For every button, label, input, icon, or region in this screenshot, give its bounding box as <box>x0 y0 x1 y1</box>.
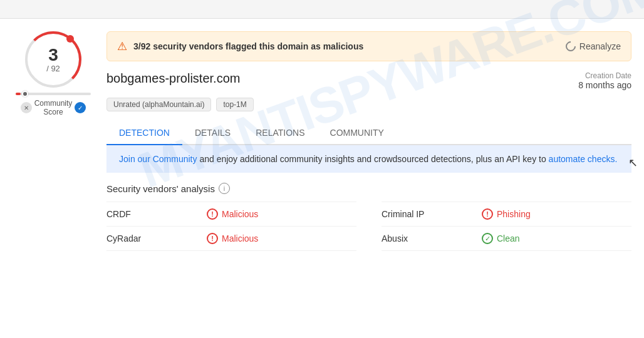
status-label: Phishing <box>497 209 531 219</box>
domain-section: bobgames-prolister.com Creation Date 8 m… <box>106 71 631 90</box>
info-icon[interactable]: i <box>219 183 230 194</box>
score-number: 3 <box>48 46 58 64</box>
vendor-status: ! Malicious <box>207 233 319 244</box>
tab-detection[interactable]: DETECTION <box>106 121 182 145</box>
table-row: Criminal IP ! Phishing <box>382 202 631 226</box>
tags-row: Unrated (alphaMountain.ai) top-1M <box>106 98 631 111</box>
warning-icon: ! <box>207 208 218 220</box>
creation-date: Creation Date 8 months ago <box>578 71 631 90</box>
vendor-column-left: CRDF ! Malicious CyRadar ! Malicious <box>106 202 356 251</box>
creation-date-label: Creation Date <box>578 71 631 80</box>
alert-banner: ⚠ 3/92 security vendors flagged this dom… <box>106 31 631 61</box>
status-label: Clean <box>497 233 520 243</box>
top-bar <box>0 0 644 19</box>
vendor-status: ! Malicious <box>207 208 319 220</box>
left-panel: 3 / 92 ✕ CommunityScore ✓ <box>13 31 94 251</box>
status-label: Malicious <box>222 209 258 219</box>
alert-icon: ⚠ <box>117 39 127 53</box>
vendor-column-right: Criminal IP ! Phishing Abusix ✓ Clean <box>382 202 631 251</box>
promo-middle-text: and enjoy additional community insights … <box>197 154 549 164</box>
join-community-link[interactable]: Join our Community <box>119 154 197 164</box>
tab-community[interactable]: COMMUNITY <box>318 121 397 145</box>
tab-details[interactable]: DETAILS <box>182 121 243 145</box>
reanalyze-button[interactable]: Reanalyze <box>566 41 621 51</box>
vendor-columns: CRDF ! Malicious CyRadar ! Malicious <box>106 202 631 251</box>
vendor-name: CyRadar <box>106 233 207 243</box>
page-container: MYANTISPYWARE.COM 3 / 92 ✕ CommunityScor… <box>0 0 644 264</box>
x-icon: ✕ <box>21 102 32 113</box>
community-promo: Join our Community and enjoy additional … <box>106 145 631 173</box>
vendor-status: ✓ Clean <box>482 233 595 244</box>
vendor-name: Abusix <box>382 233 482 243</box>
security-section: Security vendors' analysis i CRDF ! Mali… <box>106 173 631 251</box>
vendor-status: ! Phishing <box>482 208 595 220</box>
score-circle: 3 / 92 <box>25 31 81 88</box>
score-denominator: / 92 <box>46 64 60 73</box>
warning-icon: ! <box>207 233 218 244</box>
tag-unrated[interactable]: Unrated (alphaMountain.ai) <box>106 98 211 111</box>
security-section-header: Security vendors' analysis i <box>106 183 631 194</box>
community-score-label: CommunityScore <box>34 99 73 116</box>
table-row: CyRadar ! Malicious <box>106 226 356 251</box>
automate-checks-link[interactable]: automate checks. <box>549 154 618 164</box>
score-indicator-dot <box>66 35 74 43</box>
security-section-title: Security vendors' analysis <box>106 183 215 194</box>
domain-name: bobgames-prolister.com <box>106 71 240 86</box>
table-row: Abusix ✓ Clean <box>382 226 631 251</box>
reanalyze-icon <box>564 39 578 54</box>
tab-relations[interactable]: RELATIONS <box>243 121 317 145</box>
check-icon: ✓ <box>75 102 86 113</box>
warning-icon: ! <box>482 208 493 220</box>
community-score: ✕ CommunityScore ✓ <box>21 99 86 116</box>
check-icon: ✓ <box>482 233 493 244</box>
alert-content: ⚠ 3/92 security vendors flagged this dom… <box>117 39 363 53</box>
score-bar-fill <box>16 93 21 95</box>
cursor-indicator: ↖ <box>628 156 638 170</box>
alert-text: 3/92 security vendors flagged this domai… <box>133 41 363 51</box>
score-bar <box>16 93 91 95</box>
tabs-row: DETECTION DETAILS RELATIONS COMMUNITY <box>106 121 631 145</box>
score-bar-thumb <box>22 91 28 97</box>
right-panel: ⚠ 3/92 security vendors flagged this dom… <box>106 31 631 251</box>
vendor-name: CRDF <box>106 209 207 219</box>
vendor-name: Criminal IP <box>382 209 482 219</box>
score-bar-container <box>16 93 91 95</box>
creation-date-value: 8 months ago <box>578 80 631 90</box>
tag-top1m[interactable]: top-1M <box>216 98 253 111</box>
status-label: Malicious <box>222 233 258 243</box>
reanalyze-label: Reanalyze <box>579 41 621 51</box>
table-row: CRDF ! Malicious <box>106 202 356 226</box>
